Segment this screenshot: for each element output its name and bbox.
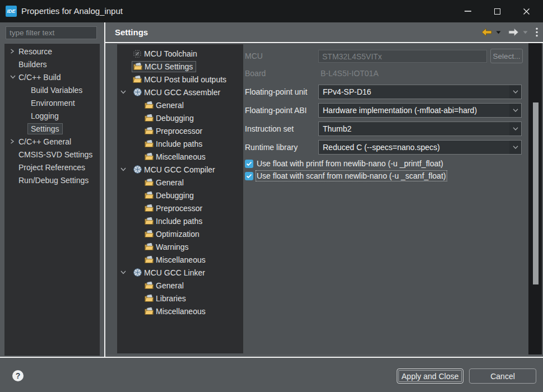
forward-menu-button[interactable] (523, 31, 528, 34)
tree-item-label: Miscellaneous (156, 255, 206, 264)
tree-item-compiler-miscellaneous[interactable]: Miscellaneous (117, 253, 243, 266)
sidebar-item-environment[interactable]: Environment (4, 96, 100, 109)
tool-ball-icon (133, 88, 142, 96)
floating-point-unit-dropdown[interactable]: FPv4-SP-D16 (318, 85, 522, 99)
tree-item-assembler-preprocessor[interactable]: Preprocessor (117, 124, 243, 137)
folder-icon (145, 307, 154, 315)
sidebar-item-label: C/C++ General (18, 137, 71, 146)
board-label: Board (245, 67, 266, 80)
tree-item-label: Include paths (156, 217, 202, 226)
tree-item-mcu-settings[interactable]: MCU Settings (117, 60, 243, 73)
sidebar-item-label: Project References (18, 163, 85, 172)
back-button[interactable] (481, 28, 492, 36)
tree-item-compiler-warnings[interactable]: Warnings (117, 240, 243, 253)
chevron-down-icon (509, 122, 521, 136)
tree-item-label: Include paths (156, 139, 202, 148)
tree-item-compiler-debugging[interactable]: Debugging (117, 189, 243, 202)
tree-item-label: Libraries (156, 294, 186, 303)
runtime-library-dropdown[interactable]: Reduced C (--specs=nano.specs) (318, 140, 522, 155)
tree-item-mcu-post-build-outputs[interactable]: MCU Post build outputs (117, 73, 243, 86)
cancel-button[interactable]: Cancel (469, 368, 536, 384)
sidebar-item-logging[interactable]: Logging (4, 109, 100, 122)
close-icon (523, 8, 530, 15)
app-icon: IDE (6, 6, 17, 17)
scanf-float-checkbox[interactable] (245, 172, 253, 180)
scanf-float-checkbox-row: Use float with scanf from newlib-nano (-… (245, 171, 446, 180)
tree-item-assembler-include-paths[interactable]: Include paths (117, 137, 243, 150)
caret-down-icon (496, 31, 501, 34)
chevron-down-icon[interactable] (10, 75, 18, 79)
folder-icon (145, 243, 154, 250)
sidebar-item-project-references[interactable]: Project References (4, 161, 100, 174)
back-arrow-icon (481, 28, 492, 36)
window-title: Properties for Analog_input (21, 0, 123, 22)
tree-item-compiler-optimization[interactable]: Optimization (117, 227, 243, 240)
sidebar-item-resource[interactable]: Resource (4, 45, 100, 58)
title-bar[interactable]: IDE Properties for Analog_input (0, 0, 543, 22)
folder-icon (145, 256, 154, 263)
tree-item-mcu-gcc-assembler[interactable]: MCU GCC Assembler (117, 86, 243, 99)
tree-item-compiler-preprocessor[interactable]: Preprocessor (117, 202, 243, 214)
forward-button[interactable] (508, 28, 519, 36)
sidebar-item-ccpp-general[interactable]: C/C++ General (4, 135, 100, 148)
chevron-right-icon[interactable] (10, 49, 18, 54)
dropdown-value: Hardware implementation (-mfloat-abi=har… (319, 106, 509, 115)
apply-and-close-button[interactable]: Apply and Close (397, 368, 463, 384)
sidebar-item-label: Builders (18, 60, 47, 69)
tree-item-label: MCU Toolchain (144, 49, 197, 58)
tree-item-linker-libraries[interactable]: Libraries (117, 292, 243, 305)
filter-input[interactable] (6, 26, 97, 39)
folder-icon (145, 192, 154, 199)
tree-item-mcu-gcc-compiler[interactable]: MCU GCC Compiler (117, 163, 243, 176)
printf-float-checkbox[interactable] (245, 160, 253, 168)
tree-item-assembler-general[interactable]: General (117, 99, 243, 111)
sidebar-item-ccpp-build[interactable]: C/C++ Build (4, 71, 100, 83)
chevron-down-icon[interactable] (117, 167, 133, 171)
close-button[interactable] (512, 0, 541, 22)
maximize-button[interactable] (482, 0, 512, 22)
tree-item-mcu-gcc-linker[interactable]: MCU GCC Linker (117, 266, 243, 279)
instruction-set-label: Instruction set (245, 122, 294, 136)
sidebar-item-cmsis-svd-settings[interactable]: CMSIS-SVD Settings (4, 148, 100, 161)
back-menu-button[interactable] (496, 31, 501, 34)
folder-icon (145, 114, 154, 122)
chevron-right-icon[interactable] (10, 139, 18, 144)
tree-item-label: MCU GCC Linker (144, 268, 205, 277)
sidebar-item-run-debug-settings[interactable]: Run/Debug Settings (4, 174, 100, 186)
tree-item-label: MCU Settings (145, 62, 193, 71)
sidebar-item-build-variables[interactable]: Build Variables (4, 83, 100, 96)
tree-item-compiler-include-paths[interactable]: Include paths (117, 214, 243, 227)
sidebar-item-builders[interactable]: Builders (4, 58, 100, 71)
forward-arrow-icon (508, 28, 519, 36)
selected-tree-item: MCU Settings (132, 61, 196, 72)
chevron-down-icon[interactable] (117, 90, 133, 94)
vertical-scrollbar[interactable] (528, 43, 542, 354)
dropdown-value: Reduced C (--specs=nano.specs) (319, 143, 509, 152)
help-button[interactable]: ? (12, 370, 24, 381)
tree-item-assembler-debugging[interactable]: Debugging (117, 111, 243, 124)
minimize-button[interactable] (453, 0, 482, 22)
tree-item-label: General (156, 101, 184, 110)
instruction-set-dropdown[interactable]: Thumb2 (318, 122, 522, 136)
tree-item-linker-general[interactable]: General (117, 279, 243, 292)
tree-item-mcu-toolchain[interactable]: MCU Toolchain (117, 47, 243, 60)
tree-item-compiler-general[interactable]: General (117, 176, 243, 189)
mcu-field[interactable] (318, 50, 487, 63)
select-mcu-button[interactable]: Select... (490, 49, 523, 63)
scrollbar-thumb[interactable] (533, 102, 539, 284)
chevron-down-icon[interactable] (117, 270, 133, 274)
tree-item-assembler-miscellaneous[interactable]: Miscellaneous (117, 150, 243, 163)
view-menu-button[interactable] (536, 27, 538, 37)
tree-item-label: General (156, 178, 184, 187)
tree-item-linker-miscellaneous[interactable]: Miscellaneous (117, 305, 243, 318)
sidebar-item-label: Run/Debug Settings (18, 176, 89, 185)
sidebar-item-label: Resource (18, 47, 52, 56)
tree-item-label: Preprocessor (156, 127, 202, 136)
sidebar-item-label: Build Variables (31, 86, 82, 95)
footer-separator (0, 357, 543, 358)
sidebar-item-settings[interactable]: Settings (4, 122, 100, 135)
printf-float-label: Use float with printf from newlib-nano (… (257, 159, 443, 168)
tree-item-label: Miscellaneous (156, 152, 206, 161)
folder-icon (145, 282, 154, 289)
floating-point-abi-dropdown[interactable]: Hardware implementation (-mfloat-abi=har… (318, 103, 522, 118)
